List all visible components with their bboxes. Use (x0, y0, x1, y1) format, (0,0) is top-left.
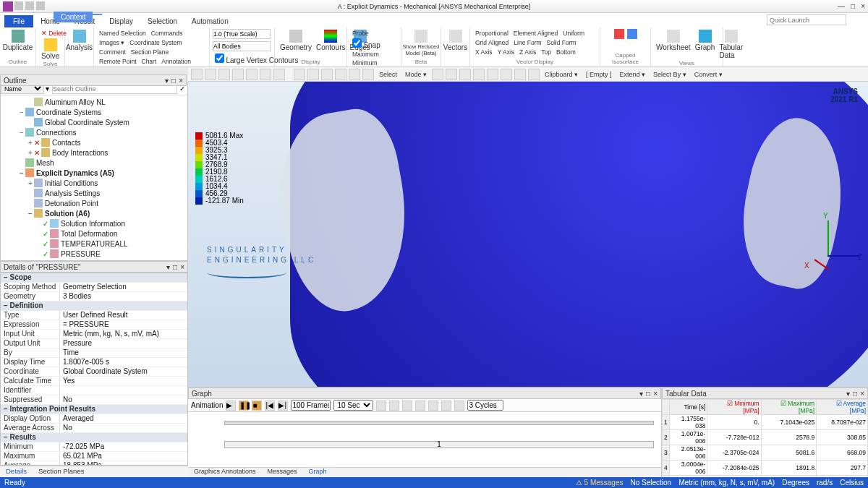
commands-button[interactable]: Commands (149, 29, 184, 38)
top-button[interactable]: Top (539, 48, 553, 56)
tree-node[interactable]: +✕Body Interactions (1, 147, 187, 158)
quick-launch-input[interactable] (767, 14, 846, 25)
panel-dock-icon[interactable]: □ (646, 390, 650, 398)
panel-close-icon[interactable]: × (179, 77, 183, 85)
details-row[interactable]: Coordinate SystemGlobal Coordinate Syste… (1, 367, 187, 377)
tb-icon[interactable] (362, 69, 374, 80)
tb-icon[interactable] (273, 69, 285, 80)
details-tab[interactable]: Details (0, 466, 33, 477)
tree-node[interactable]: −Explicit Dynamics (A5) (1, 168, 187, 178)
tree-node[interactable]: ✓TEMPERATUREALL (1, 239, 187, 249)
pin-icon[interactable]: ▾ (639, 390, 643, 398)
play-button[interactable]: ▶ (226, 401, 236, 411)
graphics-annotations-tab[interactable]: Graphics Annotations (188, 468, 262, 477)
iso-icon[interactable] (627, 29, 637, 39)
tb-icon[interactable] (428, 401, 438, 411)
coord-system-button[interactable]: Coordinate System (127, 38, 184, 47)
details-row[interactable]: ByTime (1, 348, 187, 358)
vectors-button[interactable]: Vectors (444, 29, 467, 52)
chart-button[interactable]: Chart (140, 57, 159, 66)
contours-button[interactable]: Contours (314, 29, 348, 52)
pin-icon[interactable]: ▾ (166, 263, 170, 271)
empty-button[interactable]: [ Empty ] (583, 71, 615, 78)
details-grid[interactable]: − ScopeScoping MethodGeometry SelectionG… (1, 273, 187, 465)
annotation-button[interactable]: Annotation (159, 57, 193, 66)
details-row[interactable]: Identifier (1, 386, 187, 395)
x-axis-button[interactable]: X Axis (473, 48, 495, 56)
tb-icon[interactable] (307, 69, 319, 80)
bodies-combo[interactable] (213, 41, 271, 51)
panel-close-icon[interactable]: × (860, 390, 864, 398)
min-button[interactable]: Minimum (350, 59, 398, 67)
probe-button[interactable]: Probe (350, 29, 398, 38)
graph-view-button[interactable]: Graph (693, 29, 718, 60)
element-aligned-button[interactable]: Element Aligned (511, 29, 560, 38)
messages-tab[interactable]: Messages (262, 468, 303, 477)
tb-icon[interactable] (446, 69, 457, 80)
minimize-button[interactable]: — (838, 2, 845, 10)
line-form-button[interactable]: Line Form (511, 38, 543, 47)
solid-form-button[interactable]: Solid Form (545, 38, 579, 47)
selectby-button[interactable]: Select By ▾ (650, 71, 689, 78)
pin-icon[interactable]: ▾ (846, 390, 850, 398)
analysis-button[interactable]: Analysis (68, 29, 90, 52)
panel-dock-icon[interactable]: □ (171, 77, 176, 85)
details-row[interactable]: SuppressedNo (1, 395, 187, 405)
details-row[interactable]: Input Unit SystemMetric (mm, kg, N, s, m… (1, 330, 187, 339)
details-row[interactable]: − Integration Point Results (1, 405, 187, 414)
tree-node[interactable]: Aluminum Alloy NL (1, 97, 187, 107)
time-slider[interactable] (224, 421, 654, 425)
tb-icon[interactable] (432, 69, 443, 80)
panel-close-icon[interactable]: × (653, 390, 658, 398)
tb-icon[interactable] (402, 401, 412, 411)
tabular-data-table[interactable]: Time [s]Minimum [MPa]Maximum [MPa]Averag… (662, 399, 868, 477)
qa-icon[interactable] (14, 1, 23, 10)
lvc-checkbox[interactable] (215, 53, 224, 63)
convert-button[interactable]: Convert ▾ (692, 71, 726, 78)
section-planes-tab[interactable]: Section Planes (33, 466, 90, 477)
tb-icon[interactable] (473, 69, 485, 80)
panel-dock-icon[interactable]: □ (173, 263, 177, 271)
details-row[interactable]: Scoping MethodGeometry Selection (1, 283, 187, 292)
tree-node[interactable]: Detonation Point (1, 198, 187, 208)
worksheet-button[interactable]: Worksheet (654, 29, 693, 60)
details-row[interactable]: Minimum-72.025 MPa (1, 442, 187, 452)
qa-icon[interactable] (25, 1, 34, 10)
tb-icon[interactable] (454, 401, 464, 411)
graphics-viewport[interactable]: 5081.6 Max4503.43925.33347.12768.92190.8… (188, 82, 868, 387)
tb-icon[interactable] (376, 401, 386, 411)
tree-node[interactable]: +✕Contacts (1, 137, 187, 147)
images-button[interactable]: Images ▾ (97, 38, 127, 47)
selection-tab[interactable]: Selection (140, 15, 184, 27)
duplicate-button[interactable]: Duplicate (3, 29, 33, 52)
automation-tab[interactable]: Automation (184, 15, 236, 27)
tree-node[interactable]: Mesh (1, 158, 187, 168)
snap-check[interactable] (352, 38, 362, 48)
pause-button[interactable]: ❚❚ (239, 401, 249, 411)
graph-tab[interactable]: Graph (303, 468, 333, 477)
named-selection-button[interactable]: Named Selection (97, 29, 148, 38)
section-plane-button[interactable]: Section Plane (129, 48, 171, 56)
proportional-button[interactable]: Proportional (473, 29, 511, 38)
tree-node[interactable]: −Coordinate Systems (1, 107, 187, 117)
details-row[interactable]: Geometry3 Bodies (1, 292, 187, 301)
details-row[interactable]: Maximum65.021 MPa (1, 452, 187, 461)
tb-icon[interactable] (389, 401, 399, 411)
step-fwd-button[interactable]: ▶| (278, 401, 288, 411)
step-back-button[interactable]: |◀ (265, 401, 275, 411)
display-tab[interactable]: Display (102, 15, 140, 27)
show-reduced-button[interactable]: Show Reduced Model (Beta) (404, 29, 438, 57)
stop-button[interactable]: ■ (252, 401, 262, 411)
geometry-button[interactable]: Geometry (278, 29, 314, 52)
panel-close-icon[interactable]: × (180, 263, 184, 271)
tb-icon[interactable] (205, 69, 216, 80)
comment-button[interactable]: Comment (97, 48, 128, 56)
details-row[interactable]: Expression= PRESSURE (1, 320, 187, 330)
max-button[interactable]: Maximum (350, 50, 398, 59)
mode-button[interactable]: Mode ▾ (402, 71, 430, 78)
details-row[interactable]: Average18.853 MPa (1, 461, 187, 465)
bottom-button[interactable]: Bottom (554, 48, 578, 56)
tb-icon[interactable] (335, 69, 346, 80)
details-row[interactable]: − Results (1, 433, 187, 442)
tree-node[interactable]: −Solution (A6) (1, 208, 187, 218)
